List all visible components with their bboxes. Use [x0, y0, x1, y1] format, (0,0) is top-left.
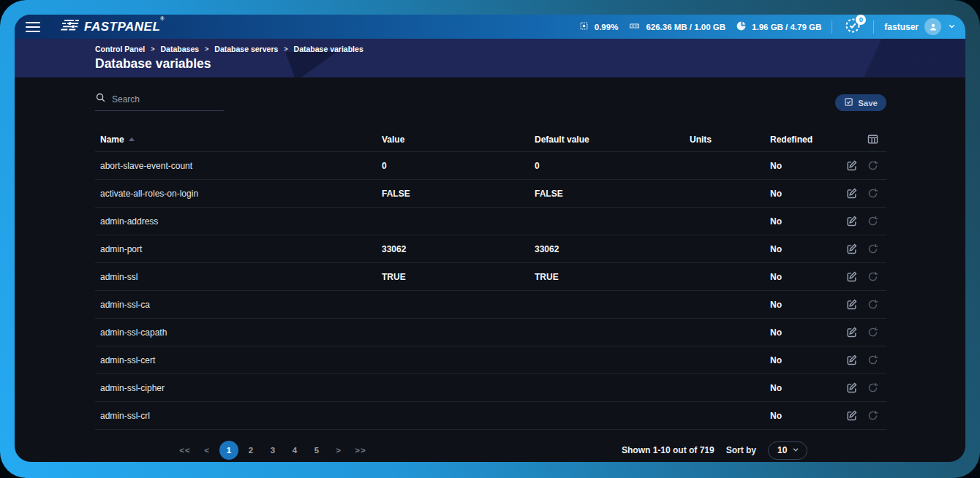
table-row: admin-ssl TRUE TRUE No	[95, 263, 886, 291]
pagination-page[interactable]: 1	[219, 441, 238, 460]
page-size-value: 10	[777, 445, 787, 455]
breadcrumb-databases[interactable]: Databases	[161, 45, 200, 53]
reset-button[interactable]	[867, 243, 879, 255]
search-input[interactable]	[112, 94, 214, 105]
pagination-page[interactable]: 3	[263, 441, 282, 460]
pagination-prev[interactable]: <	[197, 441, 216, 460]
variable-redefined: No	[770, 355, 845, 365]
variable-name: admin-ssl	[95, 272, 382, 282]
edit-button[interactable]	[845, 409, 858, 422]
edit-button[interactable]	[845, 354, 858, 366]
notification-badge: 0	[856, 15, 866, 25]
table-row: activate-all-roles-on-login FALSE FALSE …	[95, 180, 886, 208]
table-row: admin-port 33062 33062 No	[95, 235, 886, 263]
pagination-pages: 12345	[219, 441, 326, 460]
edit-button[interactable]	[845, 326, 858, 338]
fastpanel-logo[interactable]: FASTPANEL®	[61, 19, 165, 35]
column-header-value[interactable]: Value	[382, 134, 535, 145]
column-settings-button[interactable]	[867, 133, 879, 145]
app-window: FASTPANEL® 0.99%	[15, 15, 965, 462]
edit-button[interactable]	[845, 187, 858, 200]
variables-table: Name Value Default value Units Redefined	[95, 127, 886, 430]
hamburger-menu-icon[interactable]	[20, 18, 45, 36]
topbar: FASTPANEL® 0.99%	[15, 15, 965, 39]
reset-button[interactable]	[867, 326, 879, 338]
variable-redefined: No	[770, 411, 845, 421]
avatar	[924, 18, 941, 35]
reset-button[interactable]	[867, 354, 879, 366]
breadcrumb-separator: >	[284, 45, 287, 53]
breadcrumb-control-panel[interactable]: Control Panel	[95, 45, 145, 53]
reset-button[interactable]	[867, 382, 879, 394]
user-menu[interactable]: fastuser	[884, 18, 957, 35]
variable-value: 0	[382, 161, 535, 171]
table-body: abort-slave-event-count 0 0 No	[95, 152, 886, 430]
pagination-page[interactable]: 5	[307, 441, 326, 460]
breadcrumb: Control Panel > Databases > Database ser…	[95, 45, 965, 53]
column-header-redefined[interactable]: Redefined	[770, 134, 845, 145]
pagination: << < 12345 > >>	[176, 441, 370, 460]
notifications-button[interactable]: 0	[843, 17, 863, 37]
table-row: admin-ssl-cipher No	[95, 374, 886, 402]
variable-redefined: No	[770, 161, 845, 171]
breadcrumb-database-variables[interactable]: Database variables	[294, 45, 363, 53]
save-label: Save	[858, 99, 878, 107]
memory-value: 626.36 MB / 1.00 GB	[646, 23, 725, 31]
pagination-page[interactable]: 2	[241, 441, 260, 460]
column-header-default-value[interactable]: Default value	[535, 134, 690, 145]
edit-button[interactable]	[845, 298, 858, 311]
reset-button[interactable]	[867, 298, 879, 311]
variable-name: admin-ssl-crl	[95, 411, 382, 421]
table-row: admin-ssl-capath No	[95, 319, 886, 346]
shown-count: Shown 1-10 out of 719	[622, 445, 715, 455]
column-header-units[interactable]: Units	[690, 134, 770, 145]
reset-button[interactable]	[867, 215, 879, 227]
table-row: admin-ssl-crl No	[95, 402, 886, 430]
divider	[873, 20, 874, 34]
page-header: Control Panel > Databases > Database ser…	[15, 39, 965, 77]
disk-value: 1.96 GB / 4.79 GB	[752, 23, 821, 31]
variable-name: admin-ssl-ca	[95, 300, 382, 310]
pagination-next[interactable]: >	[329, 441, 348, 460]
page-title: Database variables	[95, 56, 965, 72]
variable-redefined: No	[770, 383, 845, 393]
save-button[interactable]: Save	[835, 94, 886, 111]
column-header-name[interactable]: Name	[95, 134, 382, 145]
breadcrumb-database-servers[interactable]: Database servers	[214, 45, 278, 53]
variable-default-value: FALSE	[535, 189, 690, 199]
ram-icon	[628, 20, 641, 33]
variable-value: TRUE	[382, 272, 535, 282]
sort-by-label: Sort by	[726, 445, 756, 455]
variable-default-value: 33062	[535, 244, 690, 254]
reset-button[interactable]	[867, 187, 879, 200]
pagination-last[interactable]: >>	[351, 441, 370, 460]
reset-button[interactable]	[867, 270, 879, 283]
variable-redefined: No	[770, 216, 845, 227]
variable-name: admin-port	[95, 244, 382, 254]
edit-button[interactable]	[845, 382, 858, 394]
equalizer-icon	[60, 19, 81, 35]
memory-usage: 626.36 MB / 1.00 GB	[628, 20, 725, 33]
variable-default-value: 0	[535, 161, 690, 171]
sort-asc-icon	[129, 137, 135, 141]
pagination-page[interactable]: 4	[285, 441, 304, 460]
variable-name: admin-ssl-cert	[95, 355, 382, 365]
table-footer: << < 12345 > >> Shown 1-10 out of 719 So…	[176, 441, 807, 460]
edit-button[interactable]	[845, 215, 858, 227]
breadcrumb-separator: >	[205, 45, 208, 53]
divider	[832, 20, 832, 34]
variable-name: admin-ssl-cipher	[95, 383, 382, 393]
edit-button[interactable]	[845, 243, 858, 255]
disk-usage: 1.96 GB / 4.79 GB	[736, 20, 821, 33]
edit-button[interactable]	[845, 159, 858, 172]
pagination-first[interactable]: <<	[176, 441, 195, 460]
reset-button[interactable]	[867, 409, 879, 422]
table-row: abort-slave-event-count 0 0 No	[95, 152, 886, 180]
reset-button[interactable]	[867, 159, 879, 172]
page-size-select[interactable]: 10	[768, 441, 807, 460]
variable-redefined: No	[770, 244, 845, 254]
edit-button[interactable]	[845, 270, 858, 283]
search-box	[95, 92, 224, 111]
table-row: admin-ssl-cert No	[95, 346, 886, 374]
variable-default-value: TRUE	[535, 272, 690, 282]
